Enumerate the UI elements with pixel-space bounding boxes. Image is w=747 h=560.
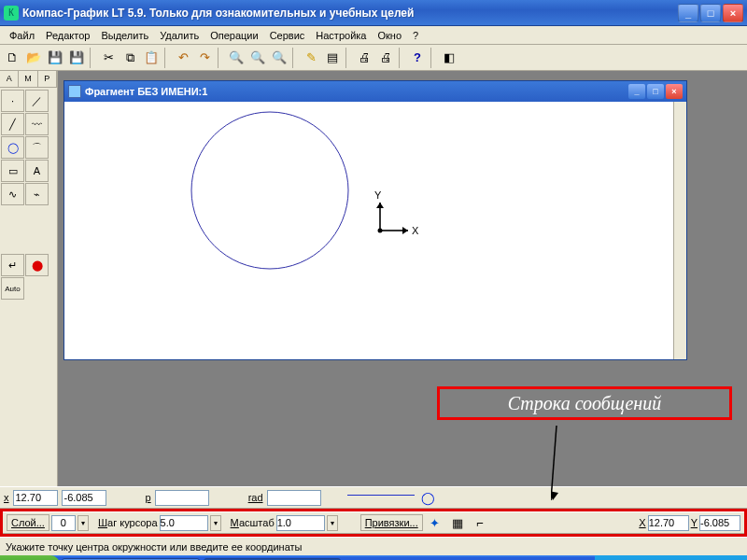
step-label: Шаг курсора (98, 517, 158, 528)
svg-text:Y: Y (374, 189, 382, 201)
menu-window[interactable]: Окно (372, 28, 407, 43)
snap-button[interactable]: Привязки... (360, 514, 423, 531)
print-preview-icon[interactable]: 🖨 (354, 48, 374, 68)
minimize-button[interactable]: _ (678, 4, 698, 22)
menu-help[interactable]: ? (407, 28, 424, 43)
menu-file[interactable]: Файл (4, 28, 40, 43)
undo-icon[interactable]: ↶ (173, 48, 193, 68)
vertical-scrollbar[interactable] (673, 102, 686, 359)
document-titlebar[interactable]: Фрагмент БЕЗ ИМЕНИ:1 _ □ × (64, 81, 686, 102)
enter-icon[interactable]: ↵ (1, 254, 24, 276)
window-title: Компас-График LT 5.9. Только для ознаком… (22, 7, 678, 20)
zoom-extents-icon[interactable]: 🔍 (247, 48, 268, 68)
spline-icon[interactable]: ∿ (1, 183, 24, 205)
rect-icon[interactable]: ▭ (1, 160, 24, 182)
copy-icon[interactable]: ⧉ (120, 48, 140, 68)
drawing-canvas[interactable]: X Y (64, 102, 673, 359)
workspace: A M P · ／ ╱ 〰 ◯ ⌒ ▭ A ∿ ⌁ ↵ ⬤ Auto Фрагм… (0, 71, 747, 486)
ortho-icon[interactable]: ⌐ (470, 512, 490, 533)
tab-m[interactable]: M (19, 71, 37, 87)
close-button[interactable]: × (723, 4, 743, 22)
system-tray: RL ▣ ◐ ◉ ⚑ 🔊 ⊙ 21:58 (595, 555, 747, 560)
bottom-bars-group: Слой... ▾ Шаг курсора ▾ Масштаб ▾ Привяз… (0, 509, 747, 537)
curve-icon[interactable]: 〰 (25, 113, 49, 135)
readout-y-label: Y (691, 517, 698, 528)
auto-icon[interactable]: Auto (1, 277, 24, 300)
zoom-out-icon[interactable]: 🔍 (269, 48, 289, 68)
line2-icon[interactable]: ╱ (1, 113, 24, 135)
menu-bar: Файл Редактор Выделить Удалить Операции … (0, 26, 747, 45)
zoom-in-icon[interactable]: 🔍 (226, 48, 247, 68)
document-title: Фрагмент БЕЗ ИМЕНИ:1 (85, 86, 628, 97)
readout-x[interactable] (648, 515, 689, 531)
mdi-area: Фрагмент БЕЗ ИМЕНИ:1 _ □ × X Y (58, 71, 747, 486)
line-icon[interactable]: ／ (25, 90, 49, 112)
p-input[interactable] (155, 490, 209, 506)
cut-icon[interactable]: ✂ (98, 48, 119, 68)
svg-point-6 (378, 229, 383, 233)
polyline-icon[interactable]: ⌁ (25, 183, 49, 205)
control-bar: Слой... ▾ Шаг курсора ▾ Масштаб ▾ Привяз… (3, 511, 744, 534)
exit-icon[interactable]: ◧ (439, 48, 459, 68)
start-button[interactable]: ⊞пуск (0, 555, 60, 560)
menu-settings[interactable]: Настройка (310, 28, 372, 43)
doc-close-button[interactable]: × (666, 84, 683, 99)
paste-icon[interactable]: 📋 (141, 48, 162, 68)
callout-label: Строка сообщений (437, 386, 732, 420)
help-icon[interactable]: ? (407, 48, 428, 68)
redo-icon[interactable]: ↷ (194, 48, 215, 68)
menu-select[interactable]: Выделить (95, 28, 154, 43)
doc-minimize-button[interactable]: _ (628, 84, 645, 99)
layer-button[interactable]: Слой... (7, 514, 49, 531)
save-icon[interactable]: 💾 (45, 48, 65, 68)
redraw-icon[interactable]: ✎ (301, 48, 321, 68)
layers-icon[interactable]: ▤ (322, 48, 343, 68)
print-icon[interactable]: 🖨 (375, 48, 396, 68)
p-label: p (146, 492, 151, 503)
svg-marker-1 (402, 227, 408, 234)
status-bar: Укажите точку центра окружности или введ… (0, 537, 747, 555)
maximize-button[interactable]: □ (700, 4, 721, 22)
menu-delete[interactable]: Удалить (154, 28, 204, 43)
step-input[interactable] (160, 515, 208, 531)
linestyle-preview[interactable] (347, 495, 415, 500)
readout-x-label: X (639, 517, 645, 528)
app-icon: К (4, 6, 19, 21)
taskbar: ⊞пуск ▣ Microsoft PowerPoint ... ◎ Компа… (0, 555, 747, 560)
text-icon[interactable]: A (25, 160, 49, 182)
tab-a[interactable]: A (0, 71, 19, 87)
layer-select[interactable] (51, 515, 76, 531)
callout-arrow-icon (551, 422, 588, 502)
layer-dropdown-icon[interactable]: ▾ (78, 515, 89, 531)
x-label: x (4, 492, 9, 503)
new-icon[interactable]: 🗋 (2, 48, 22, 68)
arc-icon[interactable]: ⌒ (25, 136, 49, 159)
main-toolbar: 🗋 📂 💾 💾 ✂ ⧉ 📋 ↶ ↷ 🔍 🔍 🔍 ✎ ▤ 🖨 🖨 ? ◧ (0, 45, 747, 71)
snap-toggle-icon[interactable]: ✦ (425, 512, 445, 533)
doc-maximize-button[interactable]: □ (647, 84, 664, 99)
menu-service[interactable]: Сервис (264, 28, 311, 43)
svg-marker-4 (376, 203, 384, 208)
rad-input[interactable] (267, 490, 321, 506)
document-icon (68, 85, 81, 98)
menu-operations[interactable]: Операции (204, 28, 263, 43)
scale-input[interactable] (276, 515, 325, 531)
point-icon[interactable]: · (1, 90, 24, 112)
menu-edit[interactable]: Редактор (40, 28, 95, 43)
open-icon[interactable]: 📂 (23, 48, 44, 68)
y-input[interactable] (62, 490, 106, 506)
circle-icon[interactable]: ◯ (1, 136, 24, 159)
step-dropdown-icon[interactable]: ▾ (210, 515, 221, 531)
grid-icon[interactable]: ▦ (447, 512, 468, 533)
circle-style-icon[interactable]: ◯ (418, 487, 439, 508)
readout-y[interactable] (699, 515, 740, 531)
status-text: Укажите точку центра окружности или введ… (6, 541, 302, 553)
svg-text:X: X (412, 225, 419, 236)
save-all-icon[interactable]: 💾 (66, 48, 87, 68)
stop-icon[interactable]: ⬤ (25, 254, 49, 276)
document-window: Фрагмент БЕЗ ИМЕНИ:1 _ □ × X Y (63, 80, 687, 360)
scale-dropdown-icon[interactable]: ▾ (327, 515, 338, 531)
x-input[interactable] (13, 490, 58, 506)
tab-p[interactable]: P (38, 71, 57, 87)
canvas-svg: X Y (64, 102, 673, 359)
